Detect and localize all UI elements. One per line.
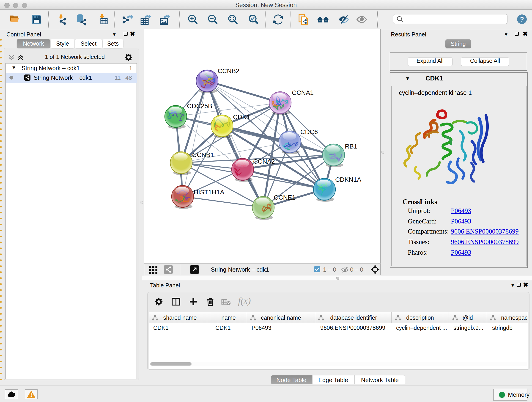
svg-text:CDK1: CDK1 bbox=[233, 114, 250, 121]
svg-text:CCNB1: CCNB1 bbox=[192, 151, 214, 158]
svg-text:RB1: RB1 bbox=[345, 143, 357, 150]
svg-text:CDC6: CDC6 bbox=[300, 128, 318, 135]
svg-text:CCNB2: CCNB2 bbox=[218, 67, 239, 75]
svg-text:HIST1H1A: HIST1H1A bbox=[194, 189, 224, 196]
svg-text:CCNE1: CCNE1 bbox=[274, 194, 296, 201]
svg-text:CDC25B: CDC25B bbox=[187, 102, 212, 109]
svg-text:CCNA2: CCNA2 bbox=[253, 158, 275, 165]
svg-text:CCNA1: CCNA1 bbox=[292, 89, 314, 96]
svg-text:CDKN1A: CDKN1A bbox=[335, 176, 361, 183]
